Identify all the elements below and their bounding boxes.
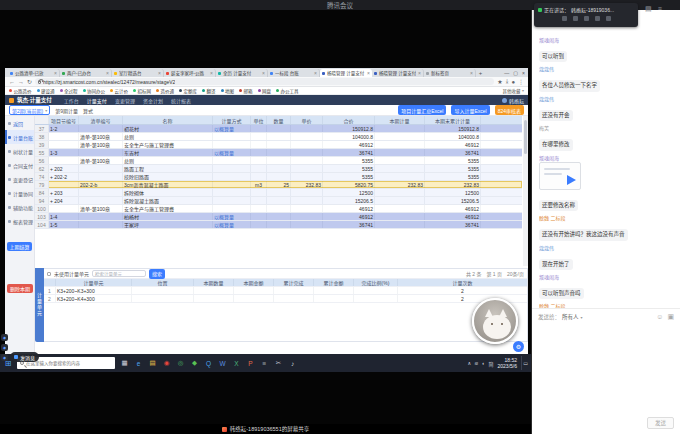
grid-row[interactable]: 56清单-第100章总则53555355 [35, 157, 522, 165]
unused-units-checkbox[interactable] [47, 272, 51, 276]
bookmark-item[interactable]: 邮箱 [239, 88, 253, 94]
quick-chat-button[interactable]: 发消息 [10, 352, 39, 362]
emoji-icon[interactable]: ☺ [656, 313, 663, 321]
bookmark-item[interactable]: 云计价 [110, 88, 128, 94]
unit-page[interactable]: 第 1 页 [486, 270, 502, 277]
unit-page-size[interactable]: 20条/页 [507, 270, 524, 277]
bookmark-item[interactable]: 翻译 [202, 88, 216, 94]
file-explorer-icon[interactable]: ▤ [146, 357, 159, 370]
taskbar-clock[interactable]: 18:52 2023/5/6 [498, 357, 517, 369]
send-button[interactable]: 发送 [647, 417, 674, 429]
camera-video-bubble[interactable] [472, 298, 518, 344]
sidebar-item[interactable]: 辅助功能 [5, 200, 34, 214]
mic-icon[interactable] [562, 16, 567, 21]
app-nav-item[interactable]: 变更管理 [115, 97, 135, 104]
share-screen-icon[interactable] [584, 16, 589, 21]
reload-icon[interactable]: ↻ [27, 78, 32, 85]
grid-scrollbar[interactable] [523, 116, 528, 266]
app-nav-item[interactable]: 计量支付 [87, 97, 107, 104]
audit-report-button[interactable]: 824审核表 [495, 105, 524, 115]
app-nav-item[interactable]: 资金计划 [143, 97, 163, 104]
grid-row[interactable]: 39清单-第100章安全生产与施工管理费4691246912 [35, 141, 522, 149]
chat-dock-icon[interactable]: ◆ [1, 334, 8, 341]
tab-close-icon[interactable]: × [314, 70, 317, 76]
qq-icon[interactable]: Q [202, 357, 215, 370]
members-icon[interactable] [595, 16, 600, 21]
tab-close-icon[interactable]: × [54, 70, 57, 76]
tab-close-icon[interactable]: × [418, 70, 421, 76]
grid-row[interactable]: 371-2初花村以概算量150912.8150912.8 [35, 125, 522, 133]
grid-row[interactable]: 100清单-第100章安全生产与施工管理费4691246912 [35, 205, 522, 213]
other-bookmarks-button[interactable]: 其他收藏▾ [502, 88, 524, 94]
notification-center-icon[interactable]: ▭ [521, 356, 529, 370]
notepad-icon[interactable]: ≡ [258, 357, 271, 370]
excel-icon[interactable]: X [230, 357, 243, 370]
wechat-icon[interactable]: ◆ [188, 357, 201, 370]
new-tab-button[interactable]: + [476, 69, 485, 77]
network-icon[interactable]: ≋ [474, 360, 478, 366]
word-icon[interactable]: W [216, 357, 229, 370]
bookmark-item[interactable]: 网盘 [258, 88, 272, 94]
screenshot-tool-icon[interactable]: ✂ [272, 357, 285, 370]
tab-close-icon[interactable]: × [158, 70, 161, 76]
tab-close-icon[interactable]: × [367, 70, 370, 76]
sidebar-item[interactable]: 计量协同 [5, 186, 34, 200]
download-icon[interactable]: ⤓ [506, 78, 509, 85]
tray-expand-icon[interactable]: ∧ [468, 360, 472, 366]
volume-icon[interactable]: ◖ [481, 360, 484, 366]
tab-close-icon[interactable]: × [262, 70, 265, 76]
tab-close-icon[interactable]: × [210, 70, 213, 76]
chrome-browser-icon[interactable]: ◉ [160, 357, 173, 370]
bookmark-item[interactable]: 招标网 [133, 88, 151, 94]
grid-row[interactable]: 74+ 202-2挖除旧路面53555355 [35, 173, 522, 181]
maximize-icon[interactable]: ▢ [513, 70, 518, 76]
chat-input[interactable] [532, 325, 680, 418]
tab-formula[interactable]: 算式 [83, 107, 93, 114]
close-icon[interactable]: × [522, 70, 525, 76]
grid-row[interactable]: 1031-4柏杨村以概算量4691246912 [35, 213, 522, 221]
grid-row[interactable]: 38清单-第100章总则104000.8104000.8 [35, 133, 522, 141]
sidebar-item[interactable]: 变更登记 [5, 172, 34, 186]
tab-measure[interactable]: 第9期计量 [55, 107, 78, 114]
send-to-value[interactable]: 所有人 [562, 313, 579, 321]
bookmark-item[interactable]: 定额库 [179, 88, 197, 94]
import-excel-button[interactable]: 导入计量Excel [451, 105, 489, 115]
bookmark-item[interactable]: 协同办公 [83, 88, 106, 94]
bookmark-item[interactable]: 造价通 [156, 88, 174, 94]
camera-icon[interactable] [573, 16, 578, 21]
sidebar-item[interactable]: 报表管理 [5, 214, 34, 228]
delete-period-button[interactable]: 删除本期 [7, 284, 33, 293]
sidebar-item[interactable]: 树状计量 [5, 144, 34, 158]
bookmark-item[interactable]: 公路造价 [9, 88, 32, 94]
grid-row[interactable]: 84+ 203拆除砌体1250012500 [35, 189, 522, 197]
forward-icon[interactable]: → [18, 79, 24, 85]
chat-message-list[interactable]: 叛魂闹海可以听到蔻蔻伟各位人员修改一下名字蔻蔻伟还没有开会梅芙在哪里修改叛魂闹海… [539, 36, 675, 308]
back-icon[interactable]: ← [9, 79, 15, 85]
address-bar[interactable]: https://zj.smartcost.com.cn/stealec/1247… [35, 78, 494, 85]
settings-float-button[interactable]: ⚙ [513, 341, 524, 352]
unit-search-button[interactable]: 搜索 [149, 269, 165, 279]
grid-row[interactable]: 62+ 202路面工程53555355 [35, 165, 522, 173]
music-player-icon[interactable]: ♪ [286, 357, 299, 370]
unit-panel-tab[interactable]: 计量单元 [35, 268, 44, 342]
browser-tab[interactable]: 两户-已办台× [60, 69, 112, 77]
browser-menu-icon[interactable]: ⋮ [518, 78, 524, 85]
grid-row[interactable]: 551-3东吉村以概算量3674136741 [35, 149, 522, 157]
minimize-icon[interactable]: — [504, 70, 509, 76]
screenshot-icon[interactable]: ▣ [667, 313, 674, 321]
members-dock-icon[interactable]: ◆ [1, 344, 8, 351]
sidebar-item[interactable]: 返回 [5, 116, 34, 130]
sidebar-item[interactable]: 计量台账 [5, 130, 34, 144]
app-nav-item[interactable]: 统计报表 [171, 97, 191, 104]
bookmark-item[interactable]: 全过程 [60, 88, 78, 94]
browser-tab[interactable]: 新标签页× [424, 69, 476, 77]
browser-tab[interactable]: 全历 计量支付× [216, 69, 268, 77]
bookmark-item[interactable]: 地图 [221, 88, 235, 94]
period-select[interactable]: 第2期(当前期) ▾ [9, 105, 50, 115]
panel-menu-icon[interactable]: ≡ [658, 5, 662, 13]
bookmark-item[interactable]: 建设通 [37, 88, 55, 94]
app-nav-item[interactable]: 工作台 [64, 97, 79, 104]
settle-previous-button[interactable]: 上期结算 [7, 242, 32, 251]
profile-avatar[interactable]: ● [511, 79, 515, 85]
unit-search-input[interactable]: 检索计量单元 [92, 270, 146, 277]
